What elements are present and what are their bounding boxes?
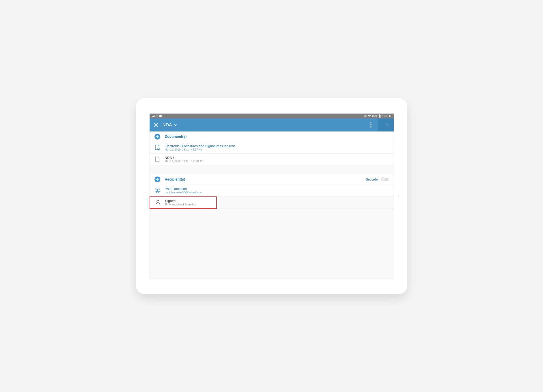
tablet-frame: ... 86% 1:41 PM NDA <box>136 98 407 294</box>
set-order-toggle[interactable] <box>382 178 389 181</box>
person-filled-icon <box>154 187 160 193</box>
set-order-label: Set order <box>366 178 379 181</box>
recipients-section-header: Recipient(s) Set order <box>150 174 394 185</box>
document-meta: Mar 11, 2019, 13:41 - 171.81 Kb <box>165 160 204 163</box>
content-area: Document(s) Electronic Disclosures and S… <box>150 131 394 279</box>
status-left: ... <box>152 115 167 117</box>
person-outline-icon <box>155 199 161 205</box>
wifi-icon <box>368 115 371 117</box>
recipient-name: Signer1 <box>165 199 197 203</box>
document-title: NDA 3 <box>165 155 204 160</box>
more-indicator: ... <box>164 115 167 117</box>
document-verified-icon <box>154 145 160 151</box>
app-bar: NDA <box>150 119 394 131</box>
document-icon <box>154 156 160 162</box>
recipient-email: paul_lancaster30@hotmail.com <box>165 191 202 194</box>
chevron-down-icon <box>174 123 177 127</box>
plus-icon <box>156 135 159 138</box>
title-dropdown[interactable]: NDA <box>163 122 177 127</box>
document-row[interactable]: Electronic Disclosures and Signatures Co… <box>150 142 394 154</box>
add-document-button[interactable] <box>154 134 160 140</box>
upload-icon <box>156 115 158 117</box>
screen: ... 86% 1:41 PM NDA <box>149 113 394 279</box>
svg-rect-2 <box>159 115 161 117</box>
document-meta: Mar 11, 2019, 13:41 - 45.97 Kb <box>165 148 235 152</box>
video-icon <box>159 115 163 117</box>
recipient-row[interactable]: Paul Lancaster paul_lancaster30@hotmail.… <box>150 185 394 196</box>
status-bar: ... 86% 1:41 PM <box>150 114 394 119</box>
recipient-placeholder: Enter recipient information <box>165 203 197 206</box>
close-button[interactable] <box>150 119 163 131</box>
camera-dot <box>397 195 399 197</box>
next-button[interactable] <box>378 119 394 131</box>
recipient-name: Paul Lancaster <box>165 187 202 191</box>
document-title: Electronic Disclosures and Signatures Co… <box>165 144 235 148</box>
battery-text: 86% <box>372 115 377 117</box>
image-icon <box>152 115 154 117</box>
recipients-title: Recipient(s) <box>165 177 185 182</box>
svg-point-13 <box>157 148 160 150</box>
recipient-row-highlighted[interactable]: Signer1 Enter recipient information <box>150 196 217 209</box>
app-title: NDA <box>163 122 172 127</box>
documents-section-header: Document(s) <box>150 131 394 142</box>
plus-icon <box>156 178 159 181</box>
add-recipient-button[interactable] <box>154 176 160 182</box>
home-button <box>142 192 149 200</box>
svg-point-17 <box>157 189 158 191</box>
overflow-menu-button[interactable] <box>365 119 378 131</box>
status-right: 86% 1:41 PM <box>364 114 391 118</box>
battery-icon <box>379 114 381 118</box>
clock-text: 1:41 PM <box>382 115 391 117</box>
svg-point-18 <box>157 200 159 203</box>
documents-title: Document(s) <box>165 135 187 139</box>
svg-rect-7 <box>379 115 380 117</box>
close-icon <box>154 123 158 127</box>
arrow-right-icon <box>383 122 389 128</box>
svg-rect-1 <box>156 117 158 117</box>
mute-icon <box>364 115 367 117</box>
document-row[interactable]: NDA 3 Mar 11, 2019, 13:41 - 171.81 Kb <box>150 154 394 165</box>
